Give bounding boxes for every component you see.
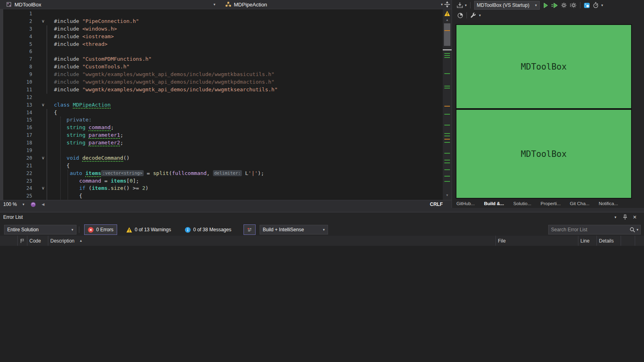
flag-icon — [20, 239, 25, 243]
project-dropdown[interactable]: MDToolBox ▾ — [0, 0, 219, 9]
line-number: 21 — [3, 162, 32, 170]
close-icon[interactable]: ✕ — [631, 214, 638, 220]
warnings-filter-toggle[interactable]: 0 of 13 Warnings — [123, 224, 174, 235]
code-line[interactable]: 13∨class MDPipeAction — [3, 101, 443, 109]
code-text: auto items:vector<string> = split(fullco… — [54, 170, 443, 177]
deploy-button[interactable]: ▾ — [455, 2, 468, 8]
code-line[interactable]: 12 — [3, 94, 443, 101]
search-box[interactable]: ▾ — [548, 225, 641, 234]
code-text: void decodeCommand() — [54, 154, 443, 162]
code-line[interactable]: 9#include "wwgmtk/examples/wwgmtk_api_de… — [3, 71, 443, 78]
panel-tab[interactable]: Git Cha... — [570, 201, 590, 206]
panel-tab[interactable]: Build &... — [484, 201, 504, 206]
member-dropdown[interactable]: MDPipeAction ▾ — [219, 0, 452, 9]
code-line[interactable]: 21 { — [3, 162, 443, 170]
column-selection[interactable] — [0, 236, 18, 246]
line-number: 11 — [3, 86, 32, 94]
horizontal-scrollbar[interactable] — [44, 200, 430, 208]
fold-chevron-icon[interactable]: ∨ — [32, 154, 54, 162]
code-line[interactable]: 23 command = items[0]; — [3, 177, 443, 185]
scroll-down-arrow[interactable]: ▼ — [443, 193, 452, 197]
saved-change-mark — [444, 114, 450, 115]
code-text — [54, 48, 443, 56]
column-details[interactable]: Details — [597, 236, 621, 246]
code-line[interactable]: 14{ — [3, 109, 443, 117]
live-capture-button[interactable] — [582, 2, 591, 8]
start-without-debugging-button[interactable] — [550, 2, 559, 8]
column-extra[interactable] — [635, 236, 644, 246]
code-line[interactable]: 11#include "wwgmtk/examples/wwgmtk_api_d… — [3, 86, 443, 94]
eol-indicator[interactable]: CRLF — [430, 202, 443, 207]
hot-reload-button[interactable] — [559, 2, 568, 8]
column-extra[interactable] — [621, 236, 635, 246]
scroll-up-arrow[interactable]: ▲ — [443, 18, 452, 22]
code-line[interactable]: 22 auto items:vector<string> = split(ful… — [3, 170, 443, 177]
code-line[interactable]: 7#include "CustomPDMFunctions.h" — [3, 56, 443, 63]
fold-chevron-icon[interactable]: ∨ — [32, 18, 54, 25]
code-health-icon[interactable] — [30, 202, 36, 208]
errors-filter-toggle[interactable]: 0 Errors — [84, 224, 117, 235]
code-editor[interactable]: 12∨#include "PipeConnection.h"3#include … — [3, 9, 443, 200]
filter-button[interactable] — [244, 224, 256, 235]
search-input[interactable] — [549, 227, 630, 232]
code-line[interactable]: 8#include "CustomTools.h" — [3, 63, 443, 71]
startup-project-label: MDToolBox (VS Startup) — [477, 2, 530, 8]
panel-tab[interactable]: Notifica... — [599, 201, 618, 206]
source-dropdown[interactable]: Build + IntelliSense ▾ — [260, 225, 328, 234]
saved-change-mark — [444, 162, 450, 163]
code-line[interactable]: 19 — [3, 147, 443, 154]
code-coverage-button[interactable] — [456, 12, 464, 19]
code-line[interactable]: 15 private: — [3, 116, 443, 124]
code-line[interactable]: 25 { — [3, 192, 443, 200]
line-number: 5 — [3, 41, 32, 48]
code-line[interactable]: 18 string parameter2; — [3, 139, 443, 147]
messages-filter-toggle[interactable]: 0 of 38 Messages — [182, 224, 235, 235]
performance-profiler-button[interactable]: ▾ — [591, 2, 605, 8]
split-editor-handle[interactable] — [443, 0, 452, 9]
saved-change-mark — [444, 88, 450, 88]
fold-chevron-icon[interactable]: ∨ — [32, 101, 54, 109]
code-line[interactable]: 20∨ void decodeCommand() — [3, 154, 443, 162]
code-line[interactable]: 5#include <thread> — [3, 41, 443, 48]
column-line[interactable]: Line — [578, 236, 597, 246]
hot-reload-on-save-button[interactable] — [568, 2, 578, 8]
pin-icon[interactable] — [621, 214, 629, 220]
modified-mark — [444, 106, 450, 107]
scope-dropdown[interactable]: Entire Solution ▾ — [4, 225, 76, 234]
designer-surface-bottom[interactable]: MDToolBox — [456, 109, 632, 199]
column-description[interactable]: Description ▲ — [48, 236, 496, 246]
column-code[interactable]: Code — [27, 236, 48, 246]
secondary-toolbar: ▾ — [452, 11, 644, 20]
code-line[interactable]: 2∨#include "PipeConnection.h" — [3, 18, 443, 25]
deploy-icon — [456, 2, 463, 8]
code-line[interactable]: 6 — [3, 48, 443, 56]
error-list-grid-body[interactable] — [0, 246, 644, 362]
code-line[interactable]: 4#include <iostream> — [3, 33, 443, 41]
code-line[interactable]: 10#include "wwgmtk/examples/wwgmtk_api_d… — [3, 78, 443, 86]
code-line[interactable]: 3#include <windows.h> — [3, 25, 443, 33]
start-debugging-button[interactable] — [541, 2, 550, 8]
play-icon — [543, 2, 549, 8]
fold-chevron-icon[interactable]: ∨ — [32, 185, 54, 192]
search-options-caret[interactable]: ▾ — [636, 228, 638, 232]
hscroll-left-arrow[interactable]: ◀ — [42, 202, 45, 206]
zoom-dropdown-caret[interactable]: ▾ — [23, 203, 25, 206]
code-line[interactable]: 16 string command; — [3, 124, 443, 132]
build-tools-button[interactable]: ▾ — [469, 12, 482, 19]
panel-tab[interactable]: Solutio... — [513, 201, 531, 206]
editor-vertical-scrollbar[interactable]: ▲ ▼ — [443, 9, 452, 200]
line-number: 19 — [3, 147, 32, 154]
code-line[interactable]: 1 — [3, 10, 443, 18]
code-line[interactable]: 24∨ if (items.size() >= 2) — [3, 185, 443, 192]
code-line[interactable]: 17 string parameter1; — [3, 132, 443, 139]
startup-project-dropdown[interactable]: MDToolBox (VS Startup) ▾ — [474, 1, 540, 10]
column-file[interactable]: File — [496, 236, 578, 246]
designer-surface-top[interactable]: MDToolBox — [456, 24, 632, 109]
zoom-level[interactable]: 100 % — [3, 202, 17, 207]
line-number: 2 — [3, 18, 32, 25]
column-severity[interactable] — [18, 236, 27, 246]
panel-tab[interactable]: GitHub... — [456, 201, 475, 206]
window-menu-caret[interactable]: ▾ — [612, 214, 619, 220]
panel-tab[interactable]: Properti... — [541, 201, 561, 206]
scrollbar-thumb[interactable] — [444, 23, 450, 46]
